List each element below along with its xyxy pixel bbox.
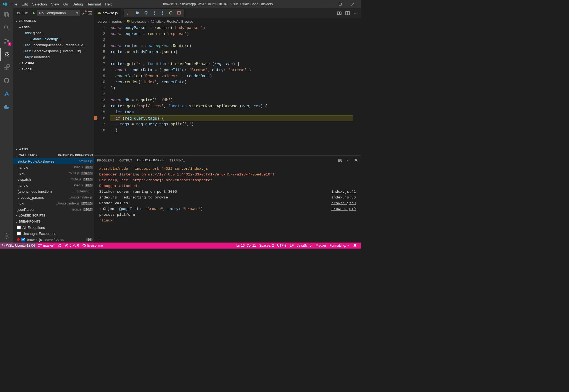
code-line[interactable]: ··console.log('Render values: ', renderD… (110, 73, 353, 79)
errors-warnings-status[interactable]: 0 0 (63, 244, 81, 247)
code-line[interactable]: const bodyParser = require('body-parser'… (110, 25, 353, 31)
step-over-button[interactable] (142, 9, 150, 17)
language-mode-status[interactable]: JavaScript (295, 244, 314, 247)
variable-row[interactable]: [[StableObjectId]]: 1 (13, 36, 94, 42)
breakpoints-header[interactable]: ⌄ BREAKPOINTS (13, 218, 94, 224)
var-group-global[interactable]: › Global (13, 66, 94, 72)
split-editor-icon[interactable] (345, 11, 350, 15)
breakpoint-row[interactable]: Uncaught Exceptions (13, 230, 94, 237)
breakpoint-checkbox[interactable] (17, 232, 21, 235)
extensions-icon[interactable] (0, 61, 13, 74)
maximize-button[interactable] (334, 0, 346, 8)
debug-config-dropdown[interactable]: No Configuration ▾ (37, 10, 80, 16)
code-line[interactable]: ··} (110, 127, 353, 133)
step-into-button[interactable] (150, 9, 158, 17)
code-line[interactable]: router.get('/', function stickerRouteBro… (110, 61, 353, 67)
encoding-status[interactable]: UTF-8 (275, 244, 288, 247)
code-line[interactable] (110, 91, 353, 97)
start-debug-button[interactable] (32, 11, 36, 15)
menu-view[interactable]: View (49, 1, 61, 7)
step-out-button[interactable] (159, 9, 166, 17)
debug-settings-button[interactable] (82, 11, 86, 15)
panel-tab-debug-console[interactable]: DEBUG CONSOLE (137, 157, 165, 163)
minimap[interactable] (353, 25, 361, 155)
variable-row[interactable]: ›req: IncomingMessage {_readableSt… (13, 42, 94, 48)
breakpoint-row[interactable]: browse.jsserver/routes16 (13, 237, 94, 243)
menu-go[interactable]: Go (61, 1, 70, 7)
code-line[interactable]: ··res.render('index', renderData) (110, 79, 353, 85)
breakpoint-checkbox[interactable] (21, 238, 25, 241)
panel-tab-output[interactable]: OUTPUT (120, 158, 132, 163)
continue-button[interactable] (134, 9, 142, 17)
variable-row[interactable]: ›this: global (13, 30, 94, 36)
azure-icon[interactable] (0, 87, 13, 100)
clear-console-icon[interactable] (338, 158, 342, 163)
debug-console-input[interactable]: › (94, 235, 361, 243)
prettier-status[interactable]: Prettier (314, 244, 328, 247)
close-button[interactable] (346, 0, 359, 8)
explorer-icon[interactable] (0, 8, 13, 21)
debug-console-button[interactable] (88, 11, 92, 15)
callstack-frame[interactable]: handlelayer.js95:5 (13, 164, 94, 170)
debug-console-output[interactable]: /usr/bin/node --inspect-brk=44022 server… (94, 165, 361, 235)
var-group-local[interactable]: ⌄ Local (13, 24, 94, 30)
compare-changes-icon[interactable] (337, 11, 342, 15)
loaded-scripts-header[interactable]: › LOADED SCRIPTS (13, 212, 94, 218)
callstack-frame[interactable]: stickerRouteApiBrowsebrowse.js (13, 158, 94, 164)
menu-help[interactable]: Help (103, 1, 115, 7)
code-line[interactable]: const db = require('../db') (110, 97, 353, 103)
code-line[interactable]: router.get('/api/items', function sticke… (110, 103, 353, 109)
menu-file[interactable]: File (9, 1, 19, 7)
code-line[interactable]: ····tags = req.query.tags.split(',') (110, 121, 353, 127)
variables-header[interactable]: ⌄ VARIABLES (13, 18, 94, 24)
debug-icon[interactable] (0, 48, 13, 61)
more-actions-icon[interactable] (354, 11, 358, 15)
source-control-icon[interactable]: 1 (0, 34, 13, 48)
var-group-closure[interactable]: › Closure (13, 60, 94, 66)
tab-browse-js[interactable]: JS browse.js (94, 8, 121, 18)
menu-debug[interactable]: Debug (70, 1, 85, 7)
breakpoint-checkbox[interactable] (17, 226, 21, 229)
menu-edit[interactable]: Edit (19, 1, 30, 7)
settings-gear-icon[interactable] (0, 229, 13, 243)
console-source-link[interactable]: browse.js:9 (331, 200, 356, 206)
code-line[interactable] (110, 37, 353, 43)
menu-terminal[interactable]: Terminal (85, 1, 103, 7)
console-source-link[interactable]: index.js:41 (331, 189, 356, 195)
github-icon[interactable] (0, 74, 13, 87)
callstack-frame[interactable]: next.../router/index.js275:10 (13, 200, 94, 206)
menu-selection[interactable]: Selection (30, 1, 49, 7)
console-source-link[interactable]: browse.js:9 (331, 206, 356, 212)
variable-row[interactable]: ›res: ServerResponse {_events: Obj… (13, 48, 94, 54)
code-line[interactable]: }) (110, 85, 353, 91)
collapse-panel-icon[interactable] (346, 158, 350, 163)
grip-icon[interactable]: ⋮⋮ (125, 11, 133, 15)
cursor-position-status[interactable]: Ln 16, Col 11 (235, 244, 257, 247)
code-line[interactable]: ··if (req.query.tags) { (110, 115, 353, 121)
remote-wsl-status[interactable]: WSL: Ubuntu-18.04 (0, 243, 36, 249)
callstack-frame[interactable]: jsonParserison.is110:7 (13, 206, 94, 212)
formatting-status[interactable]: Formatting: ✓ (328, 244, 351, 247)
breadcrumb-item[interactable]: browse.js (131, 19, 146, 24)
breadcrumb-item[interactable]: stickerRouteApiBrowse (156, 19, 193, 24)
git-branch-status[interactable]: master* (36, 244, 56, 247)
code-editor[interactable]: 123456789101112131415161718 const bodyPa… (94, 25, 361, 155)
console-source-link[interactable]: index.js:36 (331, 195, 356, 200)
callstack-frame[interactable]: nextroute.js137:13 (13, 170, 94, 176)
eol-status[interactable]: LF (288, 244, 295, 247)
github-status[interactable]: fiveisprime (81, 244, 104, 247)
panel-tab-terminal[interactable]: TERMINAL (169, 158, 185, 163)
debug-toolbar[interactable]: ⋮⋮ (124, 9, 184, 17)
breakpoint-row[interactable]: All Exceptions (13, 224, 94, 230)
callstack-header[interactable]: ⌄ CALL STACK PAUSED ON BREAKPOINT (13, 152, 94, 158)
breadcrumb-item[interactable]: server (98, 19, 107, 24)
code-line[interactable] (110, 55, 353, 61)
code-line[interactable]: const router = new express.Router() (110, 43, 353, 49)
code-line[interactable]: ··const renderData = { pageTitle: 'Brows… (110, 67, 353, 73)
variable-row[interactable]: tags: undefined (13, 54, 94, 60)
restart-button[interactable] (167, 9, 175, 17)
code-line[interactable]: ··let tags (110, 109, 353, 115)
watch-header[interactable]: › WATCH (13, 146, 94, 152)
search-icon[interactable] (0, 21, 13, 34)
callstack-frame[interactable]: process_params.../router/index.js (13, 194, 94, 200)
